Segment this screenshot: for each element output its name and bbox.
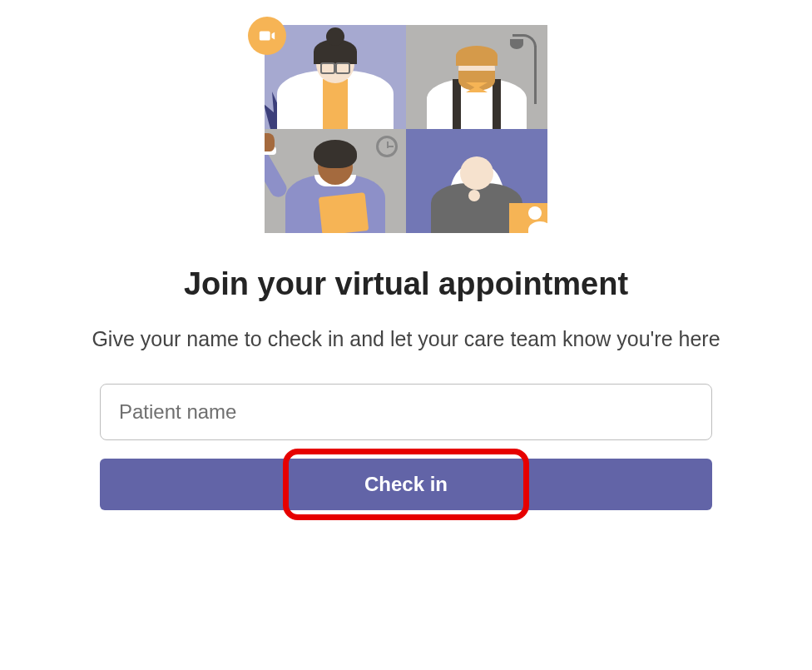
self-view-thumbnail: [509, 203, 547, 233]
check-in-button[interactable]: Check in: [100, 459, 712, 510]
video-call-illustration: [248, 17, 564, 233]
virtual-appointment-checkin-page: Join your virtual appointment Give your …: [0, 0, 812, 670]
participant-tile-2: [406, 25, 547, 129]
participant-tile-3: [265, 129, 406, 233]
participant-tile-1: [265, 25, 406, 129]
checkin-form: Check in: [100, 384, 712, 510]
participants-grid: [265, 25, 547, 233]
video-camera-icon: [248, 17, 286, 55]
participant-tile-4: [406, 129, 547, 233]
patient-name-input[interactable]: [100, 384, 712, 440]
page-title: Join your virtual appointment: [184, 266, 628, 302]
page-subtitle: Give your name to check in and let your …: [92, 325, 720, 354]
